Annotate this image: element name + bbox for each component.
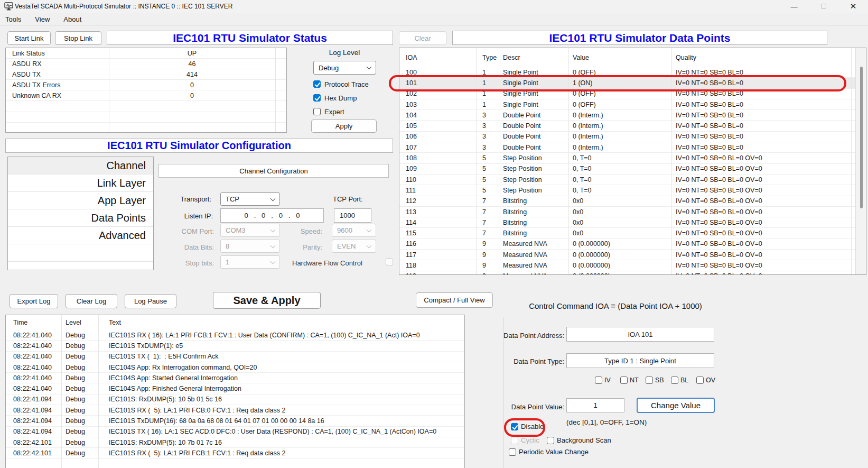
config-nav-item[interactable]: Channel: [8, 157, 153, 175]
log-pause-button[interactable]: Log Pause: [125, 294, 176, 308]
datapoint-row[interactable]: 100 1 Single Point 0 (OFF) IV=0 NT=0 SB=…: [399, 67, 866, 78]
com-port-dropdown[interactable]: COM3: [220, 224, 280, 237]
minimize-button[interactable]: —: [782, 0, 806, 13]
datapoint-row[interactable]: 106 3 Double Point 0 (Interm.) IV=0 NT=0…: [399, 132, 866, 142]
datapoint-row[interactable]: 117 9 Measured NVA 0 (0.000000) IV=0 NT=…: [399, 250, 866, 260]
speed-dropdown[interactable]: 9600: [332, 224, 376, 237]
datapoint-row[interactable]: 101 1 Single Point 1 (ON) IV=0 NT=0 SB=0…: [399, 78, 866, 88]
log-row[interactable]: 08:22:41.094 Debug IEC101S TxDUMP(16): 6…: [6, 416, 464, 426]
log-table-header: Time Level Text: [6, 315, 464, 330]
quality-flag-checkbox[interactable]: [671, 377, 678, 384]
log-level-dropdown[interactable]: Debug: [313, 61, 376, 75]
log-option-checkbox[interactable]: [313, 80, 321, 88]
config-nav-item[interactable]: Advanced: [8, 227, 153, 244]
quality-flag-checkbox[interactable]: [646, 377, 653, 384]
cell-quality: IV=0 NT=0 SB=0 BL=0 OV=0: [671, 154, 866, 162]
cell-ioa: 119: [399, 272, 476, 275]
save-apply-button[interactable]: Save & Apply: [213, 292, 321, 309]
datapoint-row[interactable]: 102 1 Single Point 0 (OFF) IV=0 NT=0 SB=…: [399, 89, 866, 99]
data-point-value-input[interactable]: 1: [566, 398, 624, 412]
cell-ioa: 112: [399, 197, 476, 205]
log-row[interactable]: 08:22:42.101 Debug IEC101S: RxDUMP(5): 1…: [6, 437, 464, 448]
datapoint-row[interactable]: 107 3 Double Point 0 (Interm.) IV=0 NT=0…: [399, 142, 866, 153]
datapoint-row[interactable]: 110 5 Step Position 0, T=0 IV=0 NT=0 SB=…: [399, 175, 866, 185]
log-row[interactable]: 08:22:42.101 Debug IEC101S RX ( 5): LA:1…: [6, 448, 464, 458]
disable-checkbox[interactable]: [511, 423, 518, 430]
log-row[interactable]: 08:22:41.094 Debug IEC101S: RxDUMP(5): 1…: [6, 394, 464, 405]
status-label: ASDU TX Errors: [6, 81, 109, 89]
datapoint-row[interactable]: 116 9 Measured NVA 0 (0.000000) IV=0 NT=…: [399, 239, 866, 250]
export-log-button[interactable]: Export Log: [10, 294, 58, 308]
scrollbar-thumb[interactable]: [860, 67, 863, 208]
maximize-button[interactable]: [811, 0, 836, 13]
stop-bits-dropdown[interactable]: 1: [220, 255, 280, 269]
log-row[interactable]: 08:22:41.040 Debug IEC101S RX ( 16): LA:…: [6, 330, 464, 341]
listen-ip-label: Listen IP:: [158, 212, 213, 220]
cell-descr: Measured NVA: [500, 240, 568, 247]
cell-quality: IV=0 NT=0 SB=0 BL=0: [671, 101, 866, 108]
parity-dropdown[interactable]: EVEN: [332, 240, 376, 253]
background-scan-checkbox[interactable]: [547, 437, 554, 444]
status-value: 0: [109, 92, 275, 99]
datapoint-row[interactable]: 119 9 Measured NVA 0 (0.000000) IV=0 NT=…: [399, 271, 866, 275]
cyclic-checkbox[interactable]: [511, 437, 518, 444]
datapoint-row[interactable]: 112 7 Bitstring 0x0 IV=0 NT=0 SB=0 BL=0 …: [399, 196, 866, 207]
hw-flow-checkbox[interactable]: [386, 258, 393, 265]
status-label: Link Status: [6, 50, 109, 57]
config-nav-item[interactable]: Data Points: [8, 209, 153, 227]
log-row[interactable]: 08:22:41.040 Debug IEC104S App: Rx Inter…: [6, 362, 464, 373]
datapoint-row[interactable]: 114 7 Bitstring 0x0 IV=0 NT=0 SB=0 BL=0 …: [399, 217, 866, 228]
log-option-checkbox[interactable]: [313, 94, 321, 102]
clear-button[interactable]: Clear: [399, 31, 446, 45]
apply-button[interactable]: Apply: [311, 120, 377, 133]
listen-ip-input[interactable]: 0 . 0 . 0 . 0: [220, 208, 324, 223]
stop-link-button[interactable]: Stop Link: [55, 31, 101, 45]
change-value-button[interactable]: Change Value: [637, 398, 715, 413]
cell-type: 1: [476, 79, 500, 87]
quality-flag-checkboxes: IV NT SB BL OV: [595, 377, 714, 384]
log-row[interactable]: 08:22:41.040 Debug IEC101S TxDUMP(1): e5: [6, 341, 464, 351]
tcp-port-input[interactable]: 1000: [334, 208, 371, 223]
compact-full-view-button[interactable]: Compact / Full View: [416, 292, 493, 308]
cell-ioa: 106: [399, 133, 476, 140]
quality-flag-checkbox[interactable]: [595, 377, 602, 384]
datapoint-row[interactable]: 105 3 Double Point 0 (Interm.) IV=0 NT=0…: [399, 121, 866, 131]
log-option-checkbox[interactable]: [313, 108, 321, 115]
cell-value: 0, T=0: [568, 187, 671, 194]
close-button[interactable]: ✕: [841, 0, 865, 13]
datapoint-row[interactable]: 104 3 Double Point 0 (Interm.) IV=0 NT=0…: [399, 110, 866, 121]
config-header: IEC101 RTU Simulator Configuration: [5, 139, 393, 153]
menu-item[interactable]: Tools: [5, 15, 21, 23]
data-bits-dropdown[interactable]: 8: [220, 240, 280, 253]
clear-log-button[interactable]: Clear Log: [66, 294, 117, 308]
status-value: 0: [109, 81, 275, 89]
column-divider: [671, 48, 672, 274]
status-row: ASDU TX Errors 0: [6, 80, 286, 90]
menu-item[interactable]: About: [63, 15, 81, 23]
datapoint-row[interactable]: 109 5 Step Position 0, T=0 IV=0 NT=0 SB=…: [399, 164, 866, 175]
transport-dropdown[interactable]: TCP: [220, 192, 280, 206]
datapoint-row[interactable]: 103 1 Single Point 0 (OFF) IV=0 NT=0 SB=…: [399, 99, 866, 110]
datapoint-row[interactable]: 115 7 Bitstring 0x0 IV=0 NT=0 SB=0 BL=0 …: [399, 228, 866, 238]
menu-item[interactable]: View: [35, 15, 50, 23]
quality-flag-checkbox[interactable]: [696, 377, 704, 384]
config-nav-item[interactable]: App Layer: [8, 192, 153, 209]
log-row[interactable]: 08:22:41.040 Debug IEC101S TX ( 1): : E5…: [6, 352, 464, 362]
datapoint-row[interactable]: 108 5 Step Position 0, T=0 IV=0 NT=0 SB=…: [399, 153, 866, 163]
datapoint-row[interactable]: 118 9 Measured NVA 0 (0.000000) IV=0 NT=…: [399, 260, 866, 271]
data-point-type-input[interactable]: Type ID 1 : Single Point: [566, 353, 714, 368]
periodic-checkbox[interactable]: [509, 448, 516, 456]
log-row[interactable]: 08:22:41.040 Debug IEC104S App: Started …: [6, 373, 464, 383]
datapoint-row[interactable]: 111 5 Step Position 0, T=0 IV=0 NT=0 SB=…: [399, 185, 866, 196]
status-empty-row: [6, 123, 286, 133]
start-link-button[interactable]: Start Link: [7, 31, 51, 45]
config-nav-item[interactable]: Link Layer: [8, 175, 153, 192]
datapoint-row[interactable]: 113 7 Bitstring 0x0 IV=0 NT=0 SB=0 BL=0 …: [399, 207, 866, 217]
log-row[interactable]: 08:22:41.040 Debug IEC104S App: Finished…: [6, 383, 464, 394]
status-row: Link Status UP: [6, 48, 286, 59]
quality-flag-checkbox[interactable]: [620, 377, 628, 384]
datapoints-scrollbar[interactable]: [855, 48, 866, 274]
log-row[interactable]: 08:22:41.094 Debug IEC101S RX ( 5): LA:1…: [6, 405, 464, 416]
log-row[interactable]: 08:22:41.094 Debug IEC101S TX ( 16): LA:…: [6, 427, 464, 437]
data-point-address-input[interactable]: IOA 101: [566, 327, 714, 342]
